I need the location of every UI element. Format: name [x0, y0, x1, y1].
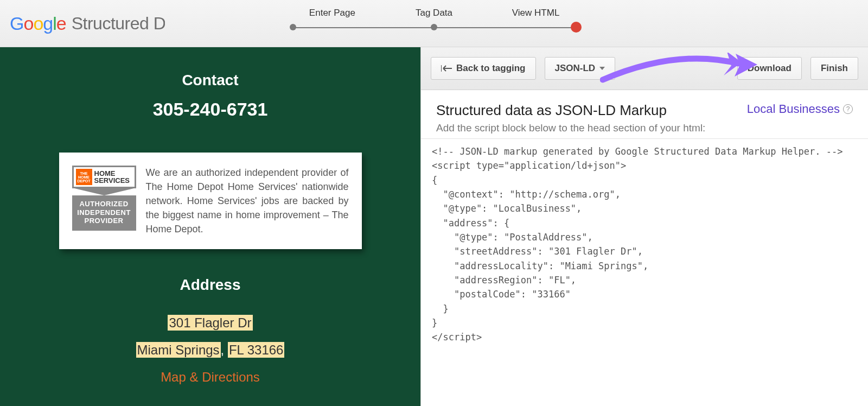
provider-badge: THEHOMEDEPOT HOME SERVICES AUTHORIZED IN… [72, 166, 136, 236]
format-dropdown[interactable]: JSON-LD [545, 57, 616, 80]
output-title: Structured data as JSON-LD Markup [436, 102, 705, 119]
download-button[interactable]: Download [737, 57, 802, 80]
tagged-street[interactable]: 301 Flagler Dr [168, 315, 252, 331]
badge-line-3: PROVIDER [74, 217, 134, 225]
step-dot-2 [431, 24, 437, 30]
address-city-line: Miami Springs, FL 33166 [0, 342, 420, 358]
google-logo: Google [10, 13, 66, 34]
badge-brand-2: SERVICES [94, 177, 130, 184]
app-header: Google Structured Data Markup Helper Ent… [0, 0, 868, 47]
step-dot-1 [290, 24, 296, 30]
contact-heading: Contact [0, 72, 420, 89]
schema-type-link[interactable]: Local Businesses ? [747, 102, 853, 116]
tagged-state-zip[interactable]: FL 33166 [228, 342, 285, 358]
map-directions-link[interactable]: Map & Directions [0, 370, 420, 385]
output-header: Structured data as JSON-LD Markup Add th… [421, 90, 868, 138]
annotation-arrow-icon [600, 53, 757, 85]
step-tag-data[interactable]: Tag Data [384, 8, 484, 18]
page-preview-pane: Contact 305-240-6731 THEHOMEDEPOT HOME S… [0, 47, 420, 406]
badge-line-1: AUTHORIZED [74, 200, 134, 208]
logo-block: Google Structured Data Markup Helper [10, 13, 165, 34]
phone-number: 305-240-6731 [0, 99, 420, 120]
output-subtitle: Add the script block below to the head s… [436, 122, 705, 134]
output-pane: Back to tagging JSON-LD Download Finish … [420, 47, 868, 406]
tagged-city[interactable]: Miami Springs [136, 342, 221, 358]
arrow-left-icon [441, 65, 452, 72]
help-icon[interactable]: ? [843, 104, 853, 114]
step-dot-3-active [571, 22, 582, 33]
home-depot-logo-icon: THEHOMEDEPOT [76, 169, 92, 185]
step-view-html[interactable]: View HTML [486, 8, 586, 18]
generated-code[interactable]: <!-- JSON-LD markup generated by Google … [421, 138, 868, 350]
chevron-down-icon [599, 67, 605, 70]
tool-title: Structured Data Markup Helper [72, 14, 165, 34]
provider-card: THEHOMEDEPOT HOME SERVICES AUTHORIZED IN… [59, 153, 362, 249]
provider-description: We are an authorized independent provide… [146, 166, 349, 236]
output-toolbar: Back to tagging JSON-LD Download Finish [421, 47, 868, 90]
badge-line-2: INDEPENDENT [74, 208, 134, 217]
progress-stepper: Enter Page Tag Data View HTML [282, 8, 586, 31]
address-street-line: 301 Flagler Dr [0, 315, 420, 331]
step-enter-page[interactable]: Enter Page [282, 8, 382, 18]
address-heading: Address [0, 276, 420, 294]
back-to-tagging-button[interactable]: Back to tagging [431, 57, 536, 80]
finish-button[interactable]: Finish [810, 57, 858, 80]
